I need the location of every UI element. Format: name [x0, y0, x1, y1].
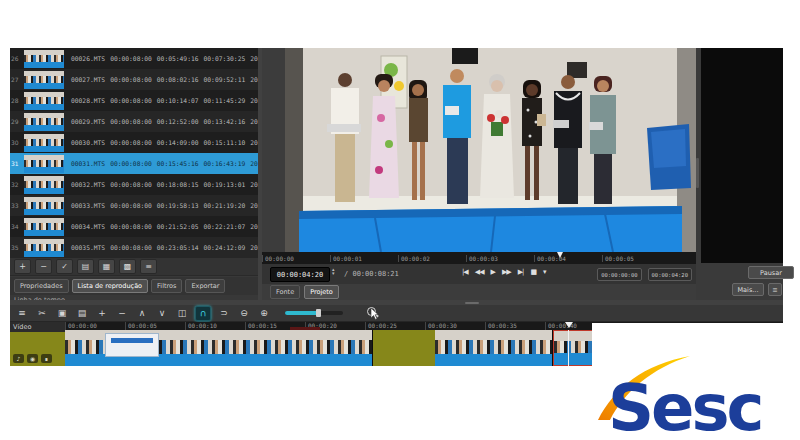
timeline-toolbar-button[interactable]: + [95, 307, 109, 320]
clip-duration: 00:00:08:00 [110, 118, 152, 125]
clip-name: 00028.MTS [71, 97, 105, 104]
playlist-row[interactable]: 35 00035.MTS 00:00:08:00 00:23:05:14 00:… [10, 237, 258, 258]
timeline-zoom-slider[interactable] [285, 311, 343, 315]
playlist-toolbar-button[interactable]: ≡ [140, 259, 157, 274]
clip-duration: 00:00:08:00 [110, 55, 152, 62]
ruler-tick-label: 00:00:05 [125, 322, 185, 330]
timeline-playhead-line[interactable] [568, 330, 569, 366]
clip-date: 2018-10-27 21:42:15 [250, 139, 258, 146]
clip-thumbnail [24, 197, 64, 215]
panel-tab[interactable]: Filtros [151, 279, 182, 293]
row-index: 35 [10, 244, 22, 251]
track-toggle-icon[interactable]: ◉ [27, 354, 38, 363]
scrubber-tick-label: 00:00:05 [602, 255, 670, 262]
clip-out: 00:07:30:25 [204, 55, 246, 62]
transport-button[interactable]: |◀ [462, 268, 468, 276]
clip-date: 2018-10-27 21:55:23 [250, 223, 258, 230]
timeline-toolbar-button[interactable]: − [115, 307, 129, 320]
transport-button[interactable]: ▾ [543, 268, 546, 276]
timeline-toolbar-button[interactable]: ⊕ [257, 307, 271, 320]
scrubber-playhead[interactable] [557, 252, 563, 258]
timeline-track[interactable] [65, 330, 602, 366]
timecode-field[interactable]: 00:00:00:00 [597, 268, 641, 281]
panel-tab[interactable]: Propriedades [14, 279, 69, 293]
transport-button[interactable]: ◀◀ [475, 268, 484, 276]
timeline-toolbar-button[interactable]: ✂ [35, 307, 49, 320]
timeline-playhead[interactable] [565, 322, 573, 328]
track-toggle-icon[interactable]: ∎ [41, 354, 52, 363]
timeline-clip[interactable] [65, 330, 373, 366]
position-spinner[interactable]: ▴ ▾ [332, 267, 335, 275]
clip-name: 00035.MTS [71, 244, 105, 251]
timeline-toolbar-button[interactable]: ▣ [55, 307, 69, 320]
clip-in: 00:08:02:16 [157, 76, 199, 83]
timeline-toolbar-button[interactable]: ∩ [195, 306, 211, 321]
clip-date: 2018-10-27 21:45:09 [250, 160, 258, 167]
timeline-clip[interactable] [435, 330, 553, 366]
transport-button[interactable]: ▶ [491, 268, 495, 276]
row-index: 34 [10, 223, 22, 230]
playlist-row[interactable]: 32 00032.MTS 00:00:08:00 00:18:08:15 00:… [10, 174, 258, 195]
player-tab[interactable]: Fonte [270, 285, 300, 299]
playlist-row[interactable]: 31 00031.MTS 00:00:08:00 00:15:45:16 00:… [10, 153, 258, 174]
player-scrubber[interactable]: 00:00:0000:00:0100:00:0200:00:0300:00:04… [262, 252, 696, 264]
clip-name: 00026.MTS [71, 55, 105, 62]
clip-name: 00030.MTS [71, 139, 105, 146]
jobs-menu-button[interactable]: ≡ [768, 283, 782, 296]
player-tab[interactable]: Projeto [304, 285, 339, 299]
timeline-toolbar-button[interactable]: ≡ [15, 307, 29, 320]
person-4 [443, 69, 471, 204]
row-index: 28 [10, 97, 22, 104]
clip-date: 2018-10-27 21:33:56 [250, 55, 258, 62]
track-toggle-icon[interactable]: ♪ [13, 354, 24, 363]
panel-tabs: PropriedadesLista de reproduçãoFiltrosEx… [10, 277, 258, 295]
playlist-toolbar-button[interactable]: ✓ [56, 259, 73, 274]
playlist-row[interactable]: 33 00033.MTS 00:00:08:00 00:19:58:13 00:… [10, 195, 258, 216]
clip-in: 00:14:09:00 [157, 139, 199, 146]
jobs-pause-button[interactable]: Pausar [748, 266, 794, 279]
playlist-toolbar-button[interactable]: − [35, 259, 52, 274]
clip-name: 00032.MTS [71, 181, 105, 188]
spinner-down-icon[interactable]: ▾ [332, 271, 335, 275]
jobs-list[interactable] [701, 48, 783, 263]
timeline-toolbar-button[interactable]: ⊃ [217, 307, 231, 320]
transport-buttons: |◀◀◀▶▶▶▶|■▾ [462, 268, 546, 276]
panel-tab[interactable]: Lista de reprodução [72, 279, 149, 293]
playlist-row[interactable]: 26 00026.MTS 00:00:08:00 00:05:49:16 00:… [10, 48, 258, 69]
clip-out: 00:21:19:20 [204, 202, 246, 209]
clip-duration: 00:00:08:00 [110, 97, 152, 104]
transport-button[interactable]: ▶| [518, 268, 524, 276]
duration-text: / 00:00:08:21 [344, 270, 399, 278]
clip-out: 00:09:52:11 [204, 76, 246, 83]
track-head[interactable]: Vídeo ♪◉∎ [10, 322, 65, 366]
playlist-row[interactable]: 27 00027.MTS 00:00:08:00 00:08:02:16 00:… [10, 69, 258, 90]
timecode-field[interactable]: 00:00:04:20 [648, 268, 692, 281]
playlist-row[interactable]: 34 00034.MTS 00:00:08:00 00:21:52:05 00:… [10, 216, 258, 237]
playlist-toolbar-button[interactable]: ▤ [77, 259, 94, 274]
transport-button[interactable]: ■ [530, 268, 536, 276]
timeline-toolbar-button[interactable]: ∨ [155, 307, 169, 320]
playlist-toolbar-button[interactable]: ▦ [98, 259, 115, 274]
clip-thumbnail [24, 176, 64, 194]
in-out-fields: 00:00:00:0000:00:04:20 [597, 268, 692, 281]
row-index: 26 [10, 55, 22, 62]
timeline-toolbar-button[interactable]: ⊖ [237, 307, 251, 320]
jobs-more-button[interactable]: Mais... [732, 283, 764, 296]
playlist-toolbar-button[interactable]: + [14, 259, 31, 274]
transport-button[interactable]: ▶▶ [502, 268, 511, 276]
panel-tab[interactable]: Exportar [185, 279, 225, 293]
video-editor-window: 26 00026.MTS 00:00:08:00 00:05:49:16 00:… [10, 48, 783, 366]
timeline-toolbar-button[interactable]: ▤ [75, 307, 89, 320]
clip-duration: 00:00:08:00 [110, 76, 152, 83]
timeline-toolbar-button[interactable]: ◫ [175, 307, 189, 320]
dock-resize-handle[interactable] [696, 158, 699, 188]
playlist-toolbar-button[interactable]: ▩ [119, 259, 136, 274]
playlist-row[interactable]: 29 00029.MTS 00:00:08:00 00:12:52:00 00:… [10, 111, 258, 132]
playlist-row[interactable]: 30 00030.MTS 00:00:08:00 00:14:09:00 00:… [10, 132, 258, 153]
playlist-row[interactable]: 28 00028.MTS 00:00:08:00 00:10:14:07 00:… [10, 90, 258, 111]
ruler-tick-label: 00:00:35 [485, 322, 545, 330]
position-field[interactable]: 00:00:04:20 [270, 267, 330, 282]
clip-name: 00034.MTS [71, 223, 105, 230]
timeline-toolbar-button[interactable]: ∧ [135, 307, 149, 320]
row-index: 33 [10, 202, 22, 209]
